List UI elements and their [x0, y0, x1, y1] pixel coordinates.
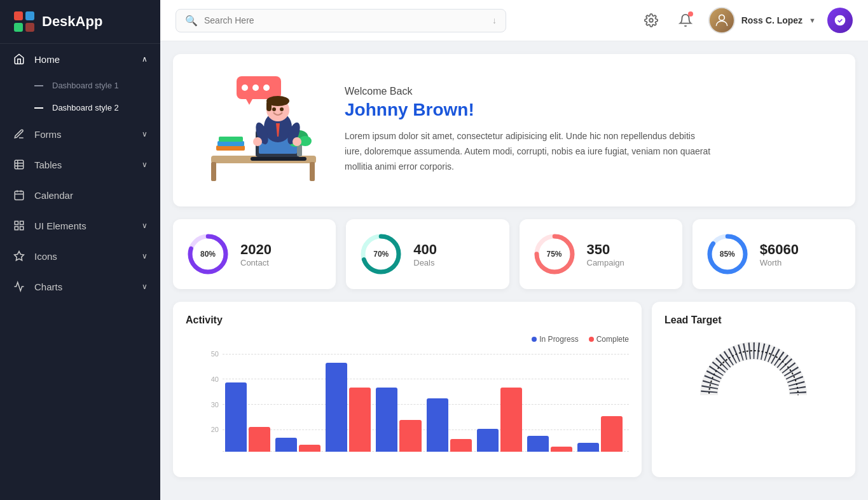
welcome-card: Welcome Back Johnny Brown! Lorem ipsum d…	[173, 54, 855, 206]
header: 🔍 ↓	[160, 0, 868, 41]
sidebar-item-forms[interactable]: Forms ∨	[0, 119, 160, 149]
bar-blue	[527, 436, 549, 452]
donut-campaign: 75%	[532, 232, 577, 276]
icons-chevron-icon: ∨	[142, 252, 148, 260]
lead-card: Lead Target	[652, 302, 855, 477]
bar-red	[450, 439, 472, 452]
bar-red	[399, 420, 421, 452]
bars-container	[219, 350, 629, 452]
sidebar-item-ui-elements[interactable]: UI Elements ∨	[0, 210, 160, 241]
welcome-body: Lorem ipsum dolor sit amet, consectetur …	[345, 129, 713, 174]
bar-red	[551, 447, 572, 452]
svg-point-22	[252, 84, 259, 91]
donut-contact: 80%	[186, 232, 230, 276]
stat-value-worth: $6060	[760, 241, 799, 258]
svg-rect-31	[216, 145, 245, 151]
bar-group	[326, 363, 371, 452]
icons-icon	[13, 250, 25, 262]
bar-red	[500, 388, 522, 452]
ui-icon	[13, 219, 25, 232]
svg-point-48	[272, 107, 276, 111]
bar-blue	[427, 398, 448, 452]
home-chevron-icon: ∧	[142, 55, 148, 64]
bar-blue	[326, 363, 347, 452]
donut-label-worth: 85%	[720, 250, 735, 259]
app-name: DeskApp	[42, 13, 102, 30]
icons-label: Icons	[34, 251, 57, 262]
svg-rect-8	[15, 191, 24, 200]
donut-deals: 70%	[359, 232, 403, 276]
donut-label-contact: 80%	[200, 250, 216, 259]
svg-point-59	[709, 351, 798, 433]
lead-donut	[665, 335, 843, 430]
bar-red	[349, 388, 371, 452]
search-icon: 🔍	[185, 15, 198, 27]
logo-icon	[13, 10, 36, 33]
bar-blue	[275, 438, 297, 452]
ui-chevron-icon: ∨	[142, 221, 148, 230]
tables-label: Tables	[34, 159, 62, 170]
bar-red	[601, 416, 623, 452]
user-name: Ross C. Lopez	[741, 15, 803, 25]
dashboard2-label: Dashboard style 2	[52, 103, 119, 112]
notification-button[interactable]	[674, 9, 697, 32]
bar-group	[225, 382, 270, 452]
search-down-icon: ↓	[492, 15, 497, 25]
stat-card-campaign: 75% 350 Campaign	[520, 219, 682, 289]
settings-button[interactable]	[640, 9, 663, 32]
welcome-text: Welcome Back Johnny Brown! Lorem ipsum d…	[345, 86, 713, 174]
home-label: Home	[34, 54, 60, 65]
donut-label-campaign: 75%	[546, 250, 561, 259]
bottom-row: Activity In Progress Complete 50 40 30 2…	[173, 302, 855, 477]
sidebar-item-home[interactable]: Home ∧	[0, 44, 160, 74]
bar-red	[299, 445, 320, 452]
svg-rect-4	[15, 160, 24, 169]
user-chevron-icon: ▼	[809, 17, 816, 24]
stat-label-deals: Deals	[413, 258, 437, 267]
svg-point-21	[242, 84, 248, 91]
stat-card-contact: 80% 2020 Contact	[173, 219, 336, 289]
dash-active-icon	[34, 107, 43, 109]
stat-info-contact: 2020 Contact	[240, 241, 272, 267]
stat-label-contact: Contact	[240, 258, 272, 267]
svg-rect-42	[268, 100, 287, 105]
welcome-subtitle: Welcome Back	[345, 86, 713, 97]
svg-point-46	[253, 137, 262, 146]
bar-blue	[477, 429, 499, 452]
calendar-icon	[13, 189, 25, 201]
svg-rect-2	[14, 23, 23, 32]
search-box[interactable]: 🔍 ↓	[176, 9, 506, 32]
search-input[interactable]	[204, 15, 486, 25]
app-icon-button[interactable]	[827, 8, 853, 33]
main-nav: Home ∧ Dashboard style 1 Dashboard style…	[0, 44, 160, 500]
svg-rect-0	[14, 11, 23, 20]
svg-rect-15	[15, 227, 18, 230]
sidebar-item-icons[interactable]: Icons ∨	[0, 241, 160, 271]
sidebar-item-charts[interactable]: Charts ∨	[0, 271, 160, 302]
chart-legend: In Progress Complete	[186, 335, 629, 344]
svg-rect-32	[217, 141, 244, 146]
user-profile[interactable]: Ross C. Lopez ▼	[708, 7, 816, 34]
stat-info-worth: $6060 Worth	[760, 241, 799, 267]
forms-chevron-icon: ∨	[142, 130, 148, 139]
svg-rect-1	[25, 11, 34, 20]
activity-chart: 50 40 30 20	[186, 350, 629, 464]
dash-icon	[34, 85, 43, 86]
forms-label: Forms	[34, 129, 62, 140]
stat-label-worth: Worth	[760, 258, 799, 267]
sidebar-item-dashboard1[interactable]: Dashboard style 1	[0, 74, 160, 97]
activity-title: Activity	[186, 314, 629, 326]
sidebar-item-calendar[interactable]: Calendar	[0, 180, 160, 210]
calendar-label: Calendar	[34, 190, 73, 201]
tables-icon	[13, 158, 25, 171]
logo-area[interactable]: DeskApp	[0, 0, 160, 44]
sidebar-item-tables[interactable]: Tables ∨	[0, 149, 160, 180]
stat-card-deals: 70% 400 Deals	[346, 219, 509, 289]
stat-info-campaign: 350 Campaign	[587, 241, 624, 267]
sidebar-item-dashboard2[interactable]: Dashboard style 2	[0, 97, 160, 119]
dashboard1-label: Dashboard style 1	[52, 81, 119, 90]
bar-group	[477, 388, 522, 452]
svg-point-49	[280, 107, 284, 111]
charts-icon	[13, 280, 25, 293]
avatar-image	[710, 7, 734, 34]
